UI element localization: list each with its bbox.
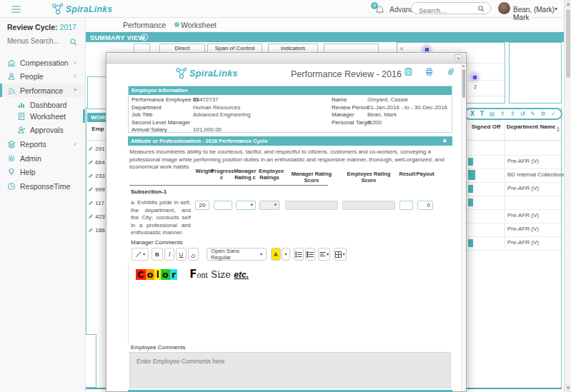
pencil-icon[interactable] (88, 200, 94, 206)
employee-rating-score-field (342, 201, 395, 210)
scroll-down-icon[interactable]: ▼ (565, 384, 571, 392)
totals-box-fragment (84, 334, 96, 388)
avatar[interactable] (498, 2, 510, 14)
ordered-list-button[interactable] (305, 248, 315, 261)
sidebar-item-people[interactable]: People‹ (0, 69, 85, 83)
department-cell: Pre-AFR (V) (507, 239, 539, 246)
color-letter: o (146, 269, 155, 280)
pencil-icon[interactable] (88, 159, 94, 165)
sidebar-item-reports[interactable]: Reports‹ (0, 137, 85, 151)
scrollbar-thumb[interactable] (566, 9, 570, 78)
import-icon[interactable]: ⇧ (510, 111, 515, 117)
edit-icon[interactable]: ✎ (530, 111, 535, 117)
columns-icon[interactable]: ▤ (490, 111, 495, 117)
signed-off-column-header[interactable]: Signed Off (468, 124, 504, 131)
department-column-header[interactable]: Department Name (506, 124, 556, 131)
export-icon[interactable]: X (470, 111, 475, 117)
search-input[interactable] (412, 5, 475, 16)
manager-rating-select[interactable]: ▾ (236, 201, 256, 210)
paragraph-align-button[interactable]: ▾ (318, 248, 330, 261)
gear-icon (7, 154, 16, 163)
list-ol-icon (307, 251, 314, 258)
collapse-chevron-icon[interactable]: ▲ (443, 138, 447, 143)
employee-rating-select[interactable]: ▾ (259, 201, 279, 210)
paperclip-icon[interactable] (445, 66, 456, 77)
filter-icon[interactable]: T (480, 111, 484, 117)
pencil-icon[interactable] (88, 186, 94, 192)
pencil-icon[interactable] (88, 227, 94, 233)
sidebar-item-responsetime[interactable]: ResponseTime (0, 179, 85, 193)
page-scrollbar[interactable]: ▲ ▼ (564, 0, 571, 392)
sidebar-item-admin[interactable]: Admin (0, 151, 85, 165)
menus-search-input[interactable] (7, 37, 68, 45)
menus-search-icon[interactable] (70, 39, 77, 46)
field-label: Department (131, 104, 162, 111)
review-cycle-value[interactable]: 2017 (60, 23, 76, 31)
font-color-caret-button[interactable]: ▾ (282, 248, 290, 261)
save-icon[interactable] (404, 68, 412, 76)
print-icon[interactable] (425, 68, 433, 76)
font-color-button[interactable]: A (271, 248, 281, 261)
rich-text-etc: etc. (234, 270, 249, 280)
color-letter: C (136, 269, 146, 280)
breadcrumb: Performance Worksheet (86, 18, 564, 32)
font-name-dropdown[interactable]: Open Sans Regular▾ (207, 248, 267, 261)
magic-wand-icon (135, 251, 141, 258)
settings-icon[interactable]: ⚙ (541, 111, 546, 117)
field-label: Annual Salary (131, 126, 167, 133)
modal-titlebar[interactable]: × (106, 53, 466, 64)
weight-input[interactable] (195, 201, 209, 210)
employee-comments-textarea[interactable]: Enter Employee Comments here (129, 352, 451, 388)
breadcrumb-section[interactable]: Performance (123, 21, 166, 29)
chart-axis-fragment: u (400, 46, 403, 51)
eraser-icon (190, 251, 197, 258)
underline-label: U (179, 251, 184, 258)
info-icon[interactable]: i (141, 34, 148, 41)
logo-molecule-icon (174, 66, 189, 80)
pencil-icon[interactable] (88, 173, 94, 179)
upload-icon[interactable]: ⇧ (500, 111, 505, 117)
criterion-text: a. Exhibits pride in self, the departmen… (131, 199, 191, 237)
table-row: 291 (88, 146, 105, 152)
approvals-icon (17, 126, 26, 134)
pencil-icon[interactable] (88, 146, 94, 151)
manager-comments-editor[interactable]: Color Font Size etc. (128, 263, 452, 343)
close-icon[interactable]: × (455, 54, 462, 62)
italic-label: I (169, 251, 171, 258)
sidebar-item-compensation[interactable]: Compensation‹ (0, 56, 85, 69)
pencil-icon[interactable] (88, 213, 94, 219)
table-insert-button[interactable]: ▾ (334, 248, 347, 261)
field-label: Performance Employee ID (131, 96, 199, 103)
sidebar-item-worksheet[interactable]: Worksheet (0, 109, 85, 123)
payout-input[interactable] (417, 201, 433, 210)
department-cell: Pre-AFR (V) (507, 158, 539, 164)
scroll-up-icon[interactable]: ▲ (565, 0, 571, 8)
modal-body: SpiraLinks Performance Review - 2016 ▲ E… (106, 64, 466, 391)
underline-button[interactable]: U (176, 248, 187, 261)
field-label: Name (332, 96, 347, 103)
bullet-list-button[interactable] (294, 248, 304, 261)
chart-data-point (425, 48, 429, 51)
approve-icon[interactable]: ✓ (551, 111, 556, 117)
worksheet-toolbar: X T ▤ ⇧ ⇧ ↺ ✎ ⚙ ✓ (464, 108, 562, 120)
style-magic-button[interactable]: ▾ (131, 248, 149, 261)
sidebar-item-performance[interactable]: Performance▾ (0, 84, 85, 97)
rss-icon (7, 86, 16, 95)
chevron-down-icon[interactable]: ▾ (555, 6, 557, 12)
progress-input[interactable] (214, 201, 232, 210)
italic-button[interactable]: I (164, 248, 174, 261)
clear-format-button[interactable] (188, 248, 199, 261)
sidebar-item-help[interactable]: Help (0, 165, 85, 179)
undo-icon[interactable]: ↺ (520, 111, 525, 117)
search-icon[interactable] (478, 6, 485, 12)
column-header-manager-rating: Manager Rating c (234, 168, 257, 181)
sort-icon[interactable]: ▲▼ (557, 126, 560, 133)
table-row: 664 (88, 159, 105, 166)
hamburger-menu-button[interactable] (11, 6, 21, 13)
field-value: 101,000.00 (193, 126, 222, 134)
modal-scrollbar[interactable]: ▲ (461, 64, 466, 391)
sidebar-item-approvals[interactable]: Approvals (0, 123, 85, 136)
result-input[interactable] (399, 201, 413, 210)
table-row: 999 (88, 186, 105, 193)
bold-button[interactable]: B (152, 248, 163, 261)
